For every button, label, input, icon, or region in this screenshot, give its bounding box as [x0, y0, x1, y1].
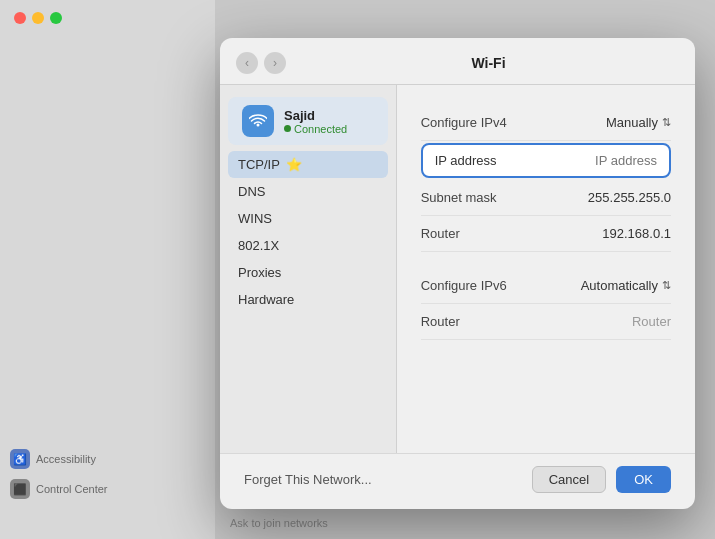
bg-control-center-item: ⬛ Control Center	[10, 479, 108, 499]
configure-ipv6-row: Configure IPv6 Automatically ⇅	[421, 268, 671, 304]
control-center-icon: ⬛	[10, 479, 30, 499]
router-ipv6-row: Router Router	[421, 304, 671, 340]
forward-button[interactable]: ›	[264, 52, 286, 74]
sidebar-nav: TCP/IP ⭐ DNS WINS 802.1X Proxies Hardwar…	[220, 151, 396, 313]
settings-content: Configure IPv4 Manually ⇅ IP address Sub…	[397, 85, 695, 453]
router-value: 192.168.0.1	[581, 226, 671, 241]
configure-ipv6-value[interactable]: Automatically ⇅	[581, 278, 671, 293]
bg-bottom-label: Ask to join networks	[230, 517, 328, 529]
sidebar-item-proxies[interactable]: Proxies	[228, 259, 388, 286]
configure-ipv4-row: Configure IPv4 Manually ⇅	[421, 105, 671, 141]
sidebar-item-802-1x[interactable]: 802.1X	[228, 232, 388, 259]
modal-body: Sajid Connected TCP/IP ⭐ DNS WINS	[220, 85, 695, 453]
ok-button[interactable]: OK	[616, 466, 671, 493]
background-sidebar-items: ♿ Accessibility ⬛ Control Center	[10, 449, 108, 499]
configure-ipv6-label: Configure IPv6	[421, 278, 581, 293]
control-center-label: Control Center	[36, 483, 108, 495]
subnet-mask-row: Subnet mask 255.255.255.0	[421, 180, 671, 216]
router-ipv6-label: Router	[421, 314, 581, 329]
wifi-icon	[242, 105, 274, 137]
settings-sidebar: Sajid Connected TCP/IP ⭐ DNS WINS	[220, 85, 397, 453]
configure-ipv4-label: Configure IPv4	[421, 115, 581, 130]
ip-address-label: IP address	[435, 153, 537, 168]
accessibility-label: Accessibility	[36, 453, 96, 465]
configure-ipv4-value[interactable]: Manually ⇅	[581, 115, 671, 130]
network-info: Sajid Connected	[284, 108, 347, 135]
sidebar-item-hardware[interactable]: Hardware	[228, 286, 388, 313]
modal-title: Wi-Fi	[298, 55, 679, 71]
accessibility-icon: ♿	[10, 449, 30, 469]
ip-address-input[interactable]	[537, 153, 657, 168]
wifi-modal: ‹ › Wi-Fi Sajid	[220, 38, 695, 509]
sidebar-item-tcp-ip[interactable]: TCP/IP ⭐	[228, 151, 388, 178]
status-dot	[284, 125, 291, 132]
network-item[interactable]: Sajid Connected	[228, 97, 388, 145]
ip-address-row[interactable]: IP address	[421, 143, 671, 178]
spacer	[421, 340, 671, 433]
traffic-lights	[14, 12, 62, 24]
modal-titlebar: ‹ › Wi-Fi	[220, 38, 695, 85]
nav-buttons: ‹ ›	[236, 52, 286, 74]
router-row: Router 192.168.0.1	[421, 216, 671, 252]
configure-ipv4-arrows: ⇅	[662, 116, 671, 129]
sidebar-item-dns[interactable]: DNS	[228, 178, 388, 205]
traffic-light-red	[14, 12, 26, 24]
sidebar-item-wins[interactable]: WINS	[228, 205, 388, 232]
configure-ipv6-arrows: ⇅	[662, 279, 671, 292]
traffic-light-yellow	[32, 12, 44, 24]
bg-accessibility-item: ♿ Accessibility	[10, 449, 108, 469]
forget-network-button[interactable]: Forget This Network...	[244, 472, 372, 487]
bottom-actions: Cancel OK	[532, 466, 671, 493]
section-divider	[421, 252, 671, 268]
subnet-mask-value: 255.255.255.0	[581, 190, 671, 205]
bottom-bar: Forget This Network... Cancel OK	[220, 453, 695, 509]
traffic-light-green	[50, 12, 62, 24]
router-ipv6-value: Router	[581, 314, 671, 329]
star-icon: ⭐	[286, 157, 302, 172]
network-status: Connected	[284, 123, 347, 135]
subnet-mask-label: Subnet mask	[421, 190, 581, 205]
back-button[interactable]: ‹	[236, 52, 258, 74]
network-name: Sajid	[284, 108, 347, 123]
cancel-button[interactable]: Cancel	[532, 466, 606, 493]
router-label: Router	[421, 226, 581, 241]
